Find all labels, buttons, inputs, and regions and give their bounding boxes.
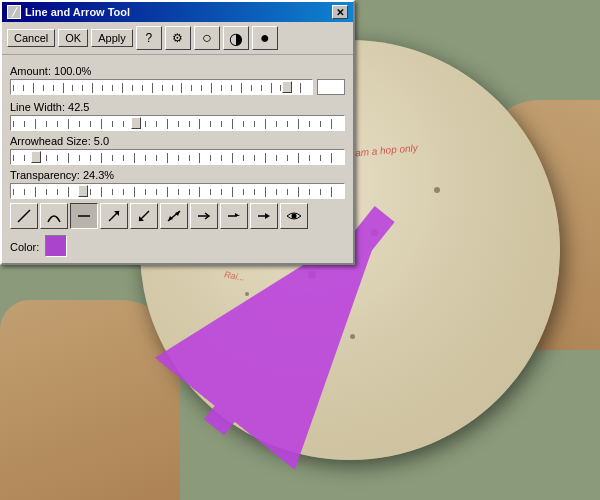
svg-point-16 [292, 214, 297, 219]
dialog: ╱ Line and Arrow Tool ✕ Cancel OK Apply … [0, 0, 355, 265]
close-button[interactable]: ✕ [332, 5, 348, 19]
amount-slider[interactable] [10, 79, 313, 95]
linewidth-thumb[interactable] [131, 117, 141, 129]
arrow-downleft-btn[interactable] [130, 203, 158, 229]
transparency-slider[interactable] [10, 183, 345, 199]
preview-btn[interactable] [280, 203, 308, 229]
dialog-title: Line and Arrow Tool [25, 6, 130, 18]
line-diagonal-btn[interactable] [10, 203, 38, 229]
dialog-body: Amount: 100.0% Line Wi [2, 55, 353, 263]
help-button[interactable]: ? [136, 26, 162, 50]
color-swatch[interactable] [45, 235, 67, 257]
color-label: Color: [10, 241, 39, 253]
linewidth-label: Line Width: 42.5 [10, 101, 345, 113]
svg-line-2 [18, 210, 30, 222]
title-icon: ╱ [7, 5, 21, 19]
dialog-toolbar: Cancel OK Apply ? ⚙ ○ ◑ ● [2, 22, 353, 55]
arrowhead-thumb[interactable] [31, 151, 41, 163]
arrow-upright-btn[interactable] [100, 203, 128, 229]
arc-btn[interactable] [40, 203, 68, 229]
dialog-titlebar: ╱ Line and Arrow Tool ✕ [2, 2, 353, 22]
arrow-right-open-btn[interactable] [190, 203, 218, 229]
svg-marker-15 [265, 213, 270, 219]
circle-half-button[interactable]: ◑ [223, 26, 249, 50]
straight-line-btn[interactable] [70, 203, 98, 229]
svg-marker-13 [235, 213, 240, 216]
arrowhead-label: Arrowhead Size: 5.0 [10, 135, 345, 147]
title-area: ╱ Line and Arrow Tool [7, 5, 130, 19]
arrowhead-slider[interactable] [10, 149, 345, 165]
circle-full-button[interactable]: ● [252, 26, 278, 50]
hand-left [0, 300, 180, 500]
amount-thumb[interactable] [282, 81, 292, 93]
arrowhead-type-buttons [10, 203, 345, 229]
linewidth-slider[interactable] [10, 115, 345, 131]
transparency-label: Transparency: 24.3% [10, 169, 345, 181]
ok-button[interactable]: OK [58, 29, 88, 47]
amount-label: Amount: 100.0% [10, 65, 345, 77]
arrow-right-filled-btn[interactable] [250, 203, 278, 229]
double-arrow-btn[interactable] [160, 203, 188, 229]
transparency-thumb[interactable] [78, 185, 88, 197]
circle-empty-button[interactable]: ○ [194, 26, 220, 50]
color-row: Color: [10, 235, 345, 257]
cancel-button[interactable]: Cancel [7, 29, 55, 47]
settings-button[interactable]: ⚙ [165, 26, 191, 50]
amount-value-box [317, 79, 345, 95]
apply-button[interactable]: Apply [91, 29, 133, 47]
arrow-right-half-btn[interactable] [220, 203, 248, 229]
